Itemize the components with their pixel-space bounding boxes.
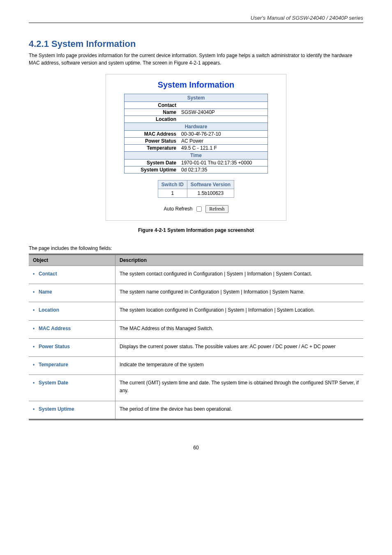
mac-label: MAC Address bbox=[125, 131, 179, 138]
fields-intro: The page includes the following fields: bbox=[29, 245, 363, 251]
description-cell: Indicate the temperature of the system bbox=[115, 356, 364, 375]
description-cell: The current (GMT) system time and date. … bbox=[115, 375, 364, 401]
date-label: System Date bbox=[125, 160, 179, 166]
object-cell: •MAC Address bbox=[29, 320, 115, 338]
table-row: •MAC Address The MAC Address of this Man… bbox=[29, 320, 363, 338]
table-row: •Power Status Displays the current power… bbox=[29, 338, 363, 356]
description-cell: The system name configured in Configurat… bbox=[115, 284, 364, 302]
description-cell: Displays the current power status. The p… bbox=[115, 338, 364, 356]
description-cell: The system contact configured in Configu… bbox=[115, 266, 364, 284]
object-cell: •System Date bbox=[29, 375, 115, 401]
description-cell: The period of time the device has been o… bbox=[115, 401, 364, 419]
description-cell: The MAC Address of this Managed Switch. bbox=[115, 320, 364, 338]
table-row: •Contact The system contact configured i… bbox=[29, 266, 363, 284]
header-rule bbox=[29, 23, 363, 23]
object-header: Object bbox=[29, 255, 115, 266]
table-row: •Location The system location configured… bbox=[29, 302, 363, 320]
group-time: Time bbox=[125, 152, 268, 160]
fields-description-table: Object Description •Contact The system c… bbox=[29, 254, 363, 420]
software-version-value: 1.5b100623 bbox=[187, 189, 234, 198]
section-title: 4.2.1 System Information bbox=[29, 39, 392, 49]
description-header: Description bbox=[115, 255, 364, 266]
system-info-heading: System Information bbox=[112, 80, 280, 90]
power-label: Power Status bbox=[125, 138, 179, 145]
object-cell: •Contact bbox=[29, 266, 115, 284]
contact-value bbox=[179, 102, 268, 109]
section-intro: The System Info page provides informatio… bbox=[29, 52, 363, 67]
location-label: Location bbox=[125, 116, 179, 123]
object-cell: •System Uptime bbox=[29, 401, 115, 419]
name-label: Name bbox=[125, 109, 179, 116]
power-value: AC Power bbox=[179, 138, 268, 145]
object-cell: •Location bbox=[29, 302, 115, 320]
switch-id-value: 1 bbox=[158, 189, 187, 198]
software-version-table: Switch ID Software Version 1 1.5b100623 bbox=[158, 180, 234, 198]
table-row: •System Date The current (GMT) system ti… bbox=[29, 375, 363, 401]
system-info-screenshot: System Information System Contact Name S… bbox=[106, 74, 286, 221]
switch-id-header: Switch ID bbox=[158, 180, 187, 189]
temp-label: Temperature bbox=[125, 145, 179, 152]
page-number: 60 bbox=[0, 445, 392, 451]
location-value bbox=[179, 116, 268, 123]
auto-refresh-checkbox[interactable] bbox=[196, 206, 202, 212]
uptime-label: System Uptime bbox=[125, 166, 179, 173]
system-info-table: System Contact Name SGSW-24040P Location… bbox=[124, 94, 268, 173]
table-row: •Temperature Indicate the temperature of… bbox=[29, 356, 363, 375]
auto-refresh-label: Auto Refresh bbox=[164, 206, 192, 212]
description-cell: The system location configured in Config… bbox=[115, 302, 364, 320]
table-row: •System Uptime The period of time the de… bbox=[29, 401, 363, 419]
mac-value: 00-30-4f-76-27-10 bbox=[179, 131, 268, 138]
contact-label: Contact bbox=[125, 102, 179, 109]
temp-value: 49.5 C - 121.1 F bbox=[179, 145, 268, 152]
table-row: •Name The system name configured in Conf… bbox=[29, 284, 363, 302]
figure-caption: Figure 4-2-1 System Information page scr… bbox=[0, 227, 392, 233]
object-cell: •Power Status bbox=[29, 338, 115, 356]
date-value: 1970-01-01 Thu 02:17:35 +0000 bbox=[179, 160, 268, 166]
object-cell: •Temperature bbox=[29, 356, 115, 375]
software-version-header: Software Version bbox=[187, 180, 234, 189]
object-cell: •Name bbox=[29, 284, 115, 302]
group-hardware: Hardware bbox=[125, 123, 268, 131]
page-header: User's Manual of SGSW-24040 / 24040P ser… bbox=[0, 12, 392, 23]
name-value: SGSW-24040P bbox=[179, 109, 268, 116]
uptime-value: 0d 02:17:35 bbox=[179, 166, 268, 173]
refresh-row: Auto Refresh Refresh bbox=[112, 205, 280, 213]
group-system: System bbox=[125, 94, 268, 102]
refresh-button[interactable]: Refresh bbox=[205, 205, 228, 213]
